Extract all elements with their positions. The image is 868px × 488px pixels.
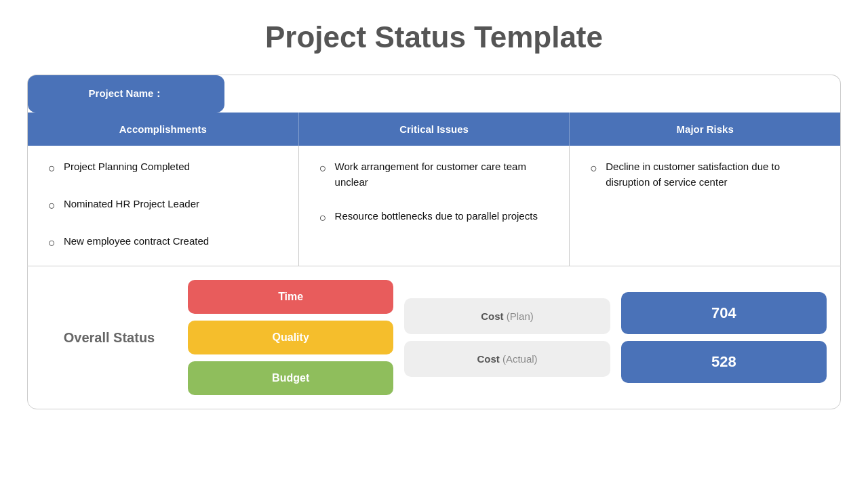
accomplishment-3: New employee contract Created: [64, 234, 209, 249]
time-button[interactable]: Time: [188, 280, 393, 314]
issue-2: Resource bottlenecks due to parallel pro…: [335, 209, 538, 224]
issue-1: Work arrangement for customer care team …: [335, 159, 549, 190]
value-plan: 704: [621, 292, 827, 334]
critical-issues-col: ○ Work arrangement for customer care tea…: [299, 146, 570, 266]
cost-actual-label: Cost: [477, 353, 499, 365]
main-container: Project Name： Accomplishments Critical I…: [27, 75, 841, 409]
bullet-icon: ○: [319, 159, 327, 178]
cost-plan-label: Cost: [481, 310, 503, 322]
accomplishment-1: Project Planning Completed: [64, 159, 190, 175]
project-name-value: [224, 75, 840, 113]
bullet-icon: ○: [48, 197, 56, 215]
bullet-icon: ○: [48, 159, 56, 178]
table-header: Accomplishments Critical Issues Major Ri…: [28, 113, 840, 146]
list-item: ○ Work arrangement for customer care tea…: [319, 159, 549, 190]
header-major-risks: Major Risks: [570, 113, 840, 146]
value-actual: 528: [621, 341, 827, 383]
accomplishments-col: ○ Project Planning Completed ○ Nominated…: [28, 146, 299, 266]
cost-section: Cost (Plan) Cost (Actual): [404, 298, 610, 377]
bullet-icon: ○: [590, 159, 597, 178]
accomplishment-2: Nominated HR Project Leader: [64, 197, 199, 212]
table-body: ○ Project Planning Completed ○ Nominated…: [28, 146, 840, 266]
cost-actual-suffix-text: (Actual): [502, 353, 538, 365]
list-item: ○ Decline in customer satisfaction due t…: [590, 159, 820, 190]
quality-button[interactable]: Quality: [188, 321, 393, 354]
list-item: ○ Nominated HR Project Leader: [48, 197, 278, 215]
list-item: ○ Project Planning Completed: [48, 159, 278, 178]
header-accomplishments: Accomplishments: [28, 113, 299, 146]
project-name-label: Project Name：: [28, 75, 224, 113]
project-name-row: Project Name：: [27, 75, 841, 113]
main-table: Accomplishments Critical Issues Major Ri…: [27, 113, 841, 266]
major-risks-col: ○ Decline in customer satisfaction due t…: [570, 146, 840, 266]
cost-actual-box: Cost (Actual): [404, 341, 610, 377]
page-title: Project Status Template: [265, 20, 603, 54]
risk-1: Decline in customer satisfaction due to …: [606, 159, 820, 190]
list-item: ○ Resource bottlenecks due to parallel p…: [319, 209, 549, 227]
bullet-icon: ○: [48, 234, 56, 252]
bullet-icon: ○: [319, 209, 327, 227]
list-item: ○ New employee contract Created: [48, 234, 278, 252]
overall-status-label: Overall Status: [41, 330, 177, 346]
cost-plan-box: Cost (Plan): [404, 298, 610, 334]
budget-button[interactable]: Budget: [188, 361, 393, 395]
cost-plan-suffix-text: (Plan): [507, 310, 534, 322]
header-critical-issues: Critical Issues: [299, 113, 570, 146]
status-buttons: Time Quality Budget: [188, 280, 393, 395]
bottom-section: Overall Status Time Quality Budget Cost …: [27, 266, 841, 409]
value-section: 704 528: [621, 292, 827, 383]
